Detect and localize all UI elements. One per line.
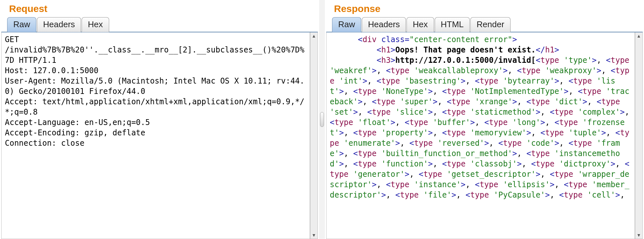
tab-response-headers[interactable]: Headers xyxy=(362,17,406,32)
tab-response-hex[interactable]: Hex xyxy=(407,17,434,32)
request-scrollbar[interactable]: ▲ ▼ xyxy=(310,32,318,239)
tab-response-html[interactable]: HTML xyxy=(435,17,470,32)
scroll-down-icon[interactable]: ▼ xyxy=(311,232,317,239)
response-title: Response xyxy=(334,3,643,14)
request-tabs: Raw Headers Hex xyxy=(1,16,318,32)
request-panel: Request Raw Headers Hex GET /invalid%7B%… xyxy=(0,0,319,239)
tab-response-render[interactable]: Render xyxy=(470,17,510,32)
request-body[interactable]: GET /invalid%7B%7B%20''.__class__.__mro_… xyxy=(1,32,310,239)
request-title: Request xyxy=(9,3,318,14)
tab-response-raw[interactable]: Raw xyxy=(332,17,361,32)
scroll-up-icon[interactable]: ▲ xyxy=(636,32,642,40)
tab-request-headers[interactable]: Headers xyxy=(37,17,81,32)
response-panel: Response Raw Headers Hex HTML Render <di… xyxy=(325,0,644,239)
response-tabs: Raw Headers Hex HTML Render xyxy=(326,16,643,32)
split-handle[interactable] xyxy=(319,0,325,239)
response-scrollbar[interactable]: ▲ ▼ xyxy=(635,32,643,239)
tab-request-hex[interactable]: Hex xyxy=(82,17,109,32)
scroll-up-icon[interactable]: ▲ xyxy=(311,32,317,40)
response-body[interactable]: <div class="center-content error"> <h1>O… xyxy=(326,32,635,239)
scroll-down-icon[interactable]: ▼ xyxy=(636,232,642,239)
drag-handle-icon xyxy=(320,112,324,127)
tab-request-raw[interactable]: Raw xyxy=(7,17,36,32)
